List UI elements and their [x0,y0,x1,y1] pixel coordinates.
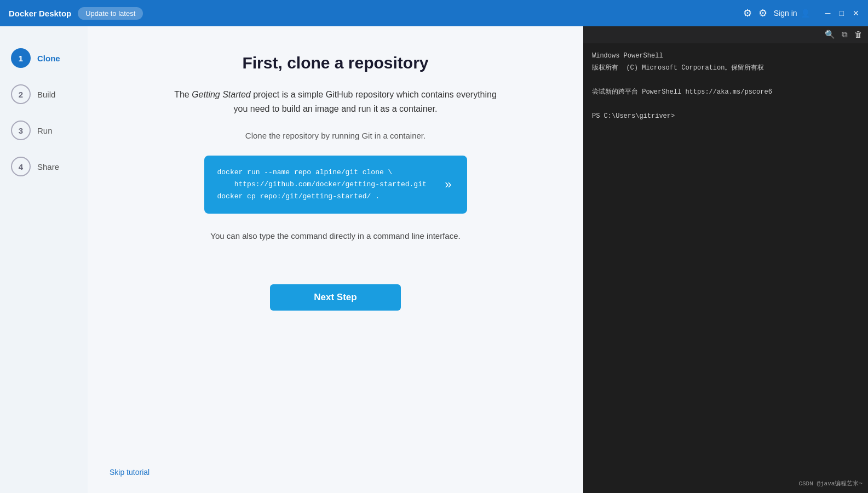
terminal-panel: 🔍 ⧉ 🗑 Windows PowerShell 版权所有 (C) Micros… [583,26,868,493]
main-layout: 1 Clone 2 Build 3 Run 4 Share First, clo… [0,26,868,493]
terminal-line-3 [592,75,859,85]
code-text: docker run --name repo alpine/git clone … [217,167,427,203]
cli-note: You can also type the command directly i… [210,231,460,240]
minimize-button[interactable]: ─ [825,9,831,18]
app-brand: Docker Desktop [9,9,71,18]
description-text: The Getting Started project is a simple … [171,88,500,116]
terminal-body: Windows PowerShell 版权所有 (C) Microsoft Co… [583,43,868,493]
maximize-button[interactable]: □ [840,9,844,18]
terminal-toolbar: 🔍 ⧉ 🗑 [583,26,868,43]
step-2-circle: 2 [11,84,31,104]
next-step-button[interactable]: Next Step [270,284,400,311]
terminal-line-5 [592,99,859,109]
description-italic: Getting Started [192,90,251,99]
step-3-circle: 3 [11,121,31,140]
signin-label: Sign in [774,9,797,18]
close-button[interactable]: ✕ [853,9,859,18]
titlebar-right: ⚙ ⚙ Sign in 👤 ─ □ ✕ [743,7,859,19]
description-suffix: project is a simple GitHub repository wh… [234,90,497,113]
step-4-share[interactable]: 4 Share [11,157,77,176]
titlebar-left: Docker Desktop Update to latest [9,7,143,20]
extensions-icon[interactable]: ⚙ [743,7,752,19]
terminal-clear-icon[interactable]: 🗑 [854,30,863,40]
step-2-build[interactable]: 2 Build [11,84,77,104]
sub-description: Clone the repository by running Git in a… [245,131,426,140]
step-1-circle: 1 [11,48,31,68]
terminal-line-4: 尝试新的跨平台 PowerShell https://aka.ms/pscore… [592,87,859,97]
step-3-run[interactable]: 3 Run [11,121,77,140]
terminal-copy-icon[interactable]: ⧉ [842,30,848,40]
watermark: CSDN @java编程艺米~ [798,479,863,488]
step-1-label: Clone [37,54,60,63]
page-title: First, clone a repository [242,54,428,72]
step-2-label: Build [37,90,55,99]
step-4-label: Share [37,162,59,171]
description-prefix: The [174,90,192,99]
window-controls: ─ □ ✕ [825,9,859,18]
settings-icon[interactable]: ⚙ [758,7,767,19]
sidebar: 1 Clone 2 Build 3 Run 4 Share [0,26,88,493]
step-3-label: Run [37,126,53,135]
user-avatar-icon: 👤 [801,9,810,18]
signin-button[interactable]: Sign in 👤 [774,9,810,18]
skip-tutorial-link[interactable]: Skip tutorial [110,468,150,477]
terminal-line-1: Windows PowerShell [592,51,859,61]
code-block[interactable]: docker run --name repo alpine/git clone … [204,156,467,214]
terminal-line-2: 版权所有 (C) Microsoft Corporation。保留所有权 [592,63,859,73]
step-1-clone[interactable]: 1 Clone [11,48,77,68]
titlebar: Docker Desktop Update to latest ⚙ ⚙ Sign… [0,0,868,26]
terminal-search-icon[interactable]: 🔍 [825,30,835,40]
step-4-circle: 4 [11,157,31,176]
terminal-line-6: PS C:\Users\gitriver> [592,111,859,121]
update-button[interactable]: Update to latest [78,7,143,20]
content-area: First, clone a repository The Getting St… [88,26,583,493]
run-command-button[interactable]: » [442,177,453,192]
